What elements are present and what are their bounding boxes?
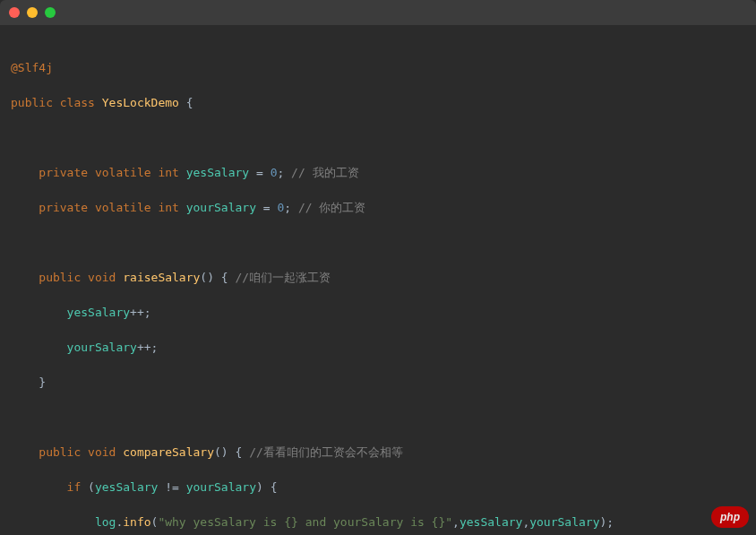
comment: //咱们一起涨工资 [235, 271, 331, 284]
method-raiseSalary: raiseSalary [123, 271, 200, 284]
type-int: int [158, 166, 178, 179]
annotation: @Slf4j [11, 61, 53, 74]
keyword-private: private [11, 166, 88, 179]
field-yourSalary: yourSalary [186, 201, 256, 214]
class-name: YesLockDemo [102, 96, 179, 109]
window-title-bar [0, 0, 756, 25]
minimize-icon[interactable] [27, 7, 38, 18]
field-ref: yourSalary [529, 515, 599, 529]
keyword-public: public [11, 271, 81, 284]
brace: { [179, 96, 193, 109]
close-icon[interactable] [9, 7, 20, 18]
field-ref: yourSalary [11, 341, 137, 354]
code-editor[interactable]: @Slf4j public class YesLockDemo { privat… [0, 25, 756, 535]
field-ref: yesSalary [11, 306, 130, 319]
comment: //看看咱们的工资会不会相等 [249, 445, 403, 459]
field-ref: yesSalary [460, 515, 522, 529]
keyword-if: if [11, 480, 81, 494]
brace: } [11, 375, 46, 389]
method-info: info [123, 515, 150, 529]
field-yesSalary: yesSalary [186, 166, 249, 179]
comment: // 我的工资 [291, 166, 358, 179]
keyword-public: public [11, 445, 81, 459]
log-ref: log [11, 515, 116, 529]
keyword-volatile: volatile [95, 201, 151, 214]
comment: // 你的工资 [298, 201, 365, 214]
keyword-void: void [88, 271, 116, 284]
keyword-class: class [60, 96, 95, 109]
method-compareSalary: compareSalary [123, 445, 214, 459]
keyword-public: public [11, 96, 53, 109]
keyword-void: void [88, 445, 116, 459]
field-ref: yourSalary [186, 480, 256, 494]
field-ref: yesSalary [95, 480, 158, 494]
watermark-badge: php [711, 506, 749, 528]
keyword-private: private [11, 201, 88, 214]
keyword-volatile: volatile [95, 166, 151, 179]
string-literal: "why yesSalary is {} and yourSalary is {… [158, 515, 452, 529]
maximize-icon[interactable] [45, 7, 56, 18]
type-int: int [158, 201, 178, 214]
